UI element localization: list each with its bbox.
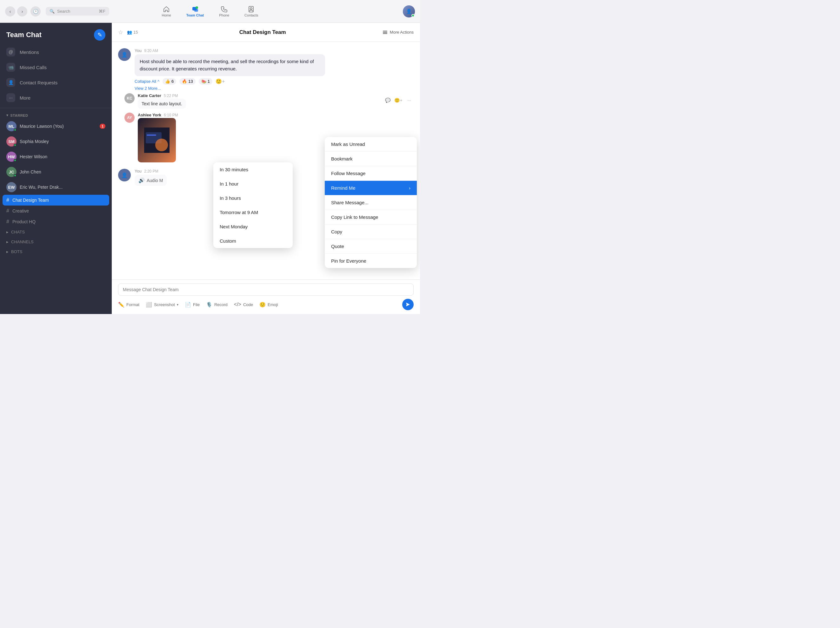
contact-avatar-maurice: ML xyxy=(6,121,16,131)
remind-30min[interactable]: In 30 minutes xyxy=(213,162,293,177)
reaction-thumbsup[interactable]: 👍 6 xyxy=(163,78,176,85)
user-avatar[interactable]: 👤 xyxy=(403,5,415,17)
context-pin-everyone[interactable]: Pin for Everyone xyxy=(325,254,417,268)
user-online-indicator xyxy=(411,14,415,17)
contact-item-john[interactable]: JC John Chen xyxy=(0,164,112,179)
chat-area: ☆ 👥 15 Chat Design Team More Actions xyxy=(112,23,420,314)
starred-section-header[interactable]: ▾ STARRED xyxy=(0,111,112,119)
unread-badge: 1 xyxy=(99,124,106,129)
context-quote[interactable]: Quote xyxy=(325,239,417,253)
contact-item-eric[interactable]: EW Eric Wu, Peter Drak... xyxy=(0,179,112,195)
collapse-all-button[interactable]: Collapse All ^ xyxy=(134,79,159,84)
search-icon: 🔍 xyxy=(49,9,55,14)
reaction-watermelon[interactable]: 🍉 1 xyxy=(199,78,212,85)
nav-phone-label: Phone xyxy=(219,13,229,17)
remind-1hour[interactable]: In 1 hour xyxy=(213,177,293,191)
chevron-down-icon: ▾ xyxy=(6,113,9,117)
message-content: You 9:20 AM Host should be able to recor… xyxy=(134,48,325,76)
chats-section[interactable]: ▸ CHATS xyxy=(0,227,112,237)
channel-item-creative[interactable]: # Creative xyxy=(0,206,112,216)
bots-section[interactable]: ▸ BOTS xyxy=(0,247,112,257)
more-actions-button[interactable]: More Actions xyxy=(382,30,414,35)
file-icon: 📄 xyxy=(185,302,191,308)
nav-home-label: Home xyxy=(162,13,171,17)
nav-teamchat[interactable]: Team Chat xyxy=(184,5,206,18)
remind-tomorrow[interactable]: Tomorrow at 9 AM xyxy=(213,205,293,219)
audio-message-content: You 2:20 PM 🔊 Audio M xyxy=(134,169,167,186)
channels-label: CHANNELS xyxy=(11,239,34,244)
channel-item-product-hq[interactable]: # Product HQ xyxy=(0,216,112,227)
message-avatar-you: 👤 xyxy=(118,169,131,181)
reply-more-button[interactable]: ··· xyxy=(405,96,414,105)
send-button[interactable] xyxy=(402,299,414,310)
nav-home[interactable]: Home xyxy=(159,5,174,18)
toolbar-format[interactable]: ✏️ Format xyxy=(118,302,139,308)
more-actions-label: More Actions xyxy=(390,30,414,35)
context-mark-unread[interactable]: Mark as Unread xyxy=(325,137,417,151)
channel-item-chat-design-team[interactable]: # Chat Design Team xyxy=(3,195,109,206)
sidebar-item-missed-calls[interactable]: 📹 Missed Calls xyxy=(0,60,112,75)
view-more-button[interactable]: View 2 More... xyxy=(118,86,414,91)
audio-time: 2:20 PM xyxy=(144,169,158,173)
audio-message-meta: You 2:20 PM xyxy=(134,169,167,173)
toolbar-record[interactable]: 🎙️ Record xyxy=(206,302,227,308)
svg-rect-10 xyxy=(147,134,156,136)
channel-name: Creative xyxy=(13,208,29,214)
reply-emoji-button[interactable]: 🙂+ xyxy=(394,96,403,105)
contact-avatar-john: JC xyxy=(6,167,16,177)
remind-3hours[interactable]: In 3 hours xyxy=(213,191,293,205)
context-share-message[interactable]: Share Message... xyxy=(325,195,417,210)
star-button[interactable]: ☆ xyxy=(118,29,123,36)
reply-avatar-katie: KC xyxy=(125,93,134,103)
channels-section[interactable]: ▸ CHANNELS xyxy=(0,237,112,247)
sidebar-item-mentions[interactable]: @ Mentions xyxy=(0,44,112,60)
context-bookmark[interactable]: Bookmark xyxy=(325,152,417,166)
context-copy[interactable]: Copy xyxy=(325,225,417,239)
add-reaction-button[interactable]: 🙂+ xyxy=(216,78,225,84)
context-follow-message[interactable]: Follow Message xyxy=(325,166,417,181)
svg-point-2 xyxy=(196,6,198,9)
context-copy-link[interactable]: Copy Link to Message xyxy=(325,210,417,224)
message-input[interactable] xyxy=(118,283,414,296)
remind-custom[interactable]: Custom xyxy=(213,234,293,248)
remind-monday[interactable]: Next Monday xyxy=(213,219,293,234)
sidebar-item-more[interactable]: ··· More xyxy=(0,90,112,105)
channel-name: Product HQ xyxy=(13,219,36,224)
chevron-right-icon: ▸ xyxy=(6,239,9,244)
contact-item-hester[interactable]: HW Hester Wilson xyxy=(0,149,112,164)
phone-icon xyxy=(221,6,227,13)
nav-forward-button[interactable]: › xyxy=(17,6,27,16)
toolbar-screenshot[interactable]: ⬜ Screenshot ▾ xyxy=(146,302,178,308)
sidebar-item-label: More xyxy=(20,95,30,101)
search-shortcut: ⌘F xyxy=(99,9,106,14)
contact-item-sophia[interactable]: SM Sophia Mosley xyxy=(0,134,112,149)
contacts-icon xyxy=(248,6,255,13)
context-remind-me[interactable]: Remind Me › xyxy=(325,181,417,195)
sidebar-item-contact-requests[interactable]: 👤 Contact Requests xyxy=(0,75,112,90)
contact-item-maurice[interactable]: ML Maurice Lawson (You) 1 xyxy=(0,119,112,134)
reply-image xyxy=(138,118,176,162)
audio-row: 🔊 Audio M xyxy=(138,177,163,183)
channel-hash-icon: # xyxy=(6,219,9,225)
contact-online-dot xyxy=(14,174,16,177)
reply-meta-ashlee: Ashlee York 6:10 PM xyxy=(138,113,414,117)
message-meta: You 9:20 AM xyxy=(134,48,325,53)
contact-avatar-image: EW xyxy=(6,182,16,192)
chevron-right-icon: ▸ xyxy=(6,230,9,235)
search-bar[interactable]: 🔍 Search ⌘F xyxy=(46,7,109,16)
reply-time: 6:10 PM xyxy=(164,113,178,117)
sidebar-item-label: Missed Calls xyxy=(20,65,47,70)
toolbar-emoji[interactable]: 🙂 Emoji xyxy=(259,302,278,308)
compose-button[interactable]: ✎ xyxy=(94,29,106,41)
reply-thread-button[interactable]: 💬 xyxy=(383,96,392,105)
nav-back-button[interactable]: ‹ xyxy=(5,6,15,16)
reaction-fire[interactable]: 🔥 13 xyxy=(179,78,195,85)
toolbar-code[interactable]: </> Code xyxy=(234,302,253,307)
nav-phone[interactable]: Phone xyxy=(216,5,232,18)
code-label: Code xyxy=(243,302,253,307)
nav-history-button[interactable]: 🕐 xyxy=(30,6,41,16)
nav-contacts[interactable]: Contacts xyxy=(242,5,261,18)
sidebar-header: Team Chat ✎ xyxy=(0,23,112,44)
toolbar-file[interactable]: 📄 File xyxy=(185,302,200,308)
members-count[interactable]: 👥 15 xyxy=(127,30,138,35)
